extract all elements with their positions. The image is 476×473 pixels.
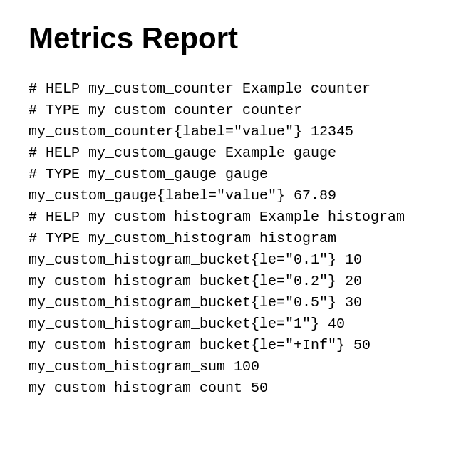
page-title: Metrics Report <box>29 21 447 56</box>
metrics-output: # HELP my_custom_counter Example counter… <box>29 78 447 399</box>
